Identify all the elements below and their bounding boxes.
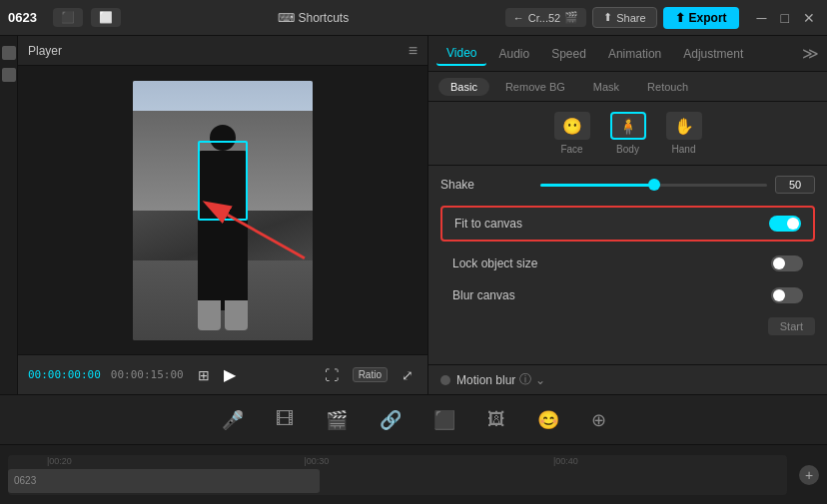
player-canvas	[18, 66, 427, 354]
shake-row: Shake 50	[440, 176, 815, 194]
subtab-mask[interactable]: Mask	[581, 78, 631, 96]
keyboard-icon: ⌨	[278, 11, 295, 25]
badge-icon: 🎬	[564, 11, 578, 24]
fit-canvas-toggle[interactable]	[769, 216, 801, 232]
player-header: Player ≡	[18, 36, 427, 66]
shortcuts-label: Shortcuts	[299, 11, 350, 25]
person-body	[198, 151, 248, 310]
timeline-track[interactable]: |00:20 |00:30 |00:40 0623	[8, 455, 787, 495]
body-part-body[interactable]: 🧍 Body	[610, 112, 646, 155]
close-button[interactable]: ✕	[799, 10, 819, 26]
tab-video[interactable]: Video	[436, 42, 486, 66]
fullscreen-button[interactable]: ⤢	[398, 365, 417, 385]
shake-slider-fill	[540, 184, 654, 187]
timeline: |00:20 |00:30 |00:40 0623 + +	[0, 444, 827, 504]
info-icon[interactable]: ⓘ	[519, 371, 531, 388]
sidebar-icon-1[interactable]	[2, 46, 16, 60]
template-btn[interactable]: ⬜	[91, 8, 121, 27]
monitor-icon: ⬛	[61, 11, 75, 24]
timeline-bar[interactable]: 0623	[8, 469, 320, 493]
tab-speed[interactable]: Speed	[541, 43, 596, 65]
ratio-badge[interactable]: Ratio	[353, 367, 388, 382]
shortcuts-button[interactable]: ⌨ Shortcuts	[270, 8, 358, 28]
top-bar: 0623 ⬛ ⬜ ⌨ Shortcuts ← Cr...52 🎬 ⬆ Share…	[0, 0, 827, 36]
subtab-retouch[interactable]: Retouch	[635, 78, 700, 96]
motion-blur-label: Motion blur	[456, 373, 515, 387]
lock-object-label: Lock object size	[452, 256, 771, 270]
tab-animation[interactable]: Animation	[598, 43, 671, 65]
face-label: Face	[560, 144, 582, 155]
player-title: Player	[28, 44, 62, 58]
hand-label: Hand	[672, 144, 696, 155]
project-label: Cr...52	[528, 12, 560, 24]
player-controls: 00:00:00:00 00:00:15:00 ⊞ ▶ ⛶ Ratio ⤢	[18, 354, 427, 394]
body-label: Body	[616, 144, 639, 155]
face-icon: 😶	[554, 112, 590, 140]
body-icon: 🧍	[610, 112, 646, 140]
subtab-basic[interactable]: Basic	[438, 78, 489, 96]
smile-icon[interactable]: 😊	[529, 405, 567, 435]
tab-adjustment[interactable]: Adjustment	[673, 43, 753, 65]
top-bar-center: ⌨ Shortcuts	[270, 8, 358, 28]
ruler-mark-30: |00:30	[304, 456, 329, 466]
tab-audio[interactable]: Audio	[488, 43, 539, 65]
top-bar-right: ← Cr...52 🎬 ⬆ Share ⬆ Export ─ □ ✕	[505, 7, 819, 29]
subtab-removebg[interactable]: Remove BG	[493, 78, 577, 96]
film-overlay-icon[interactable]: 🎬	[318, 405, 356, 435]
image-icon[interactable]: 🖼	[479, 405, 513, 434]
monitor-btn[interactable]: ⬛	[53, 8, 83, 27]
fit-canvas-label: Fit to canvas	[454, 217, 769, 231]
content-area: Player ≡	[0, 36, 827, 504]
window-controls: ─ □ ✕	[753, 10, 819, 26]
time-current: 00:00:00:00	[28, 368, 101, 381]
add-circle-icon[interactable]: ⊕	[583, 405, 614, 435]
lock-object-toggle-thumb	[773, 257, 785, 269]
minimize-button[interactable]: ─	[753, 10, 771, 26]
blur-canvas-toggle-thumb	[773, 289, 785, 301]
template-icon: ⬜	[99, 11, 113, 24]
player-menu-icon[interactable]: ≡	[409, 42, 417, 60]
film-link-icon[interactable]: 🎞	[268, 405, 302, 434]
timeline-bar-label: 0623	[14, 475, 36, 486]
project-btn[interactable]: ← Cr...52 🎬	[505, 8, 586, 27]
shake-label: Shake	[440, 178, 540, 192]
motion-blur-dot	[440, 375, 450, 385]
grid-view-button[interactable]: ⊞	[194, 365, 214, 385]
share-label: Share	[616, 12, 645, 24]
play-button[interactable]: ▶	[224, 365, 236, 384]
align-center-icon[interactable]: ⬛	[425, 405, 463, 435]
maximize-button[interactable]: □	[777, 10, 793, 26]
export-label: Export	[689, 11, 727, 25]
upload-icon: ⬆	[675, 11, 685, 25]
fit-canvas-toggle-thumb	[787, 218, 799, 230]
link-icon[interactable]: 🔗	[372, 405, 410, 435]
top-bar-left: 0623 ⬛ ⬜	[8, 8, 121, 27]
ruler-mark-20: |00:20	[47, 456, 72, 466]
body-part-hand[interactable]: ✋ Hand	[666, 112, 702, 155]
blur-canvas-toggle[interactable]	[771, 287, 803, 303]
mic-icon[interactable]: 🎤	[214, 405, 252, 435]
hand-icon: ✋	[666, 112, 702, 140]
start-button[interactable]: Start	[768, 317, 815, 335]
leg-left	[198, 300, 221, 330]
ruler-mark-40: |00:40	[553, 456, 578, 466]
icon-toolbar: 🎤 🎞 🎬 🔗 ⬛ 🖼 😊 ⊕	[0, 394, 827, 444]
motion-blur-row: Motion blur ⓘ ⌄	[428, 364, 827, 394]
chevron-down-icon[interactable]: ⌄	[535, 373, 545, 387]
sidebar-icon-2[interactable]	[2, 68, 16, 82]
more-tabs-icon[interactable]: ≫	[802, 44, 819, 63]
blur-canvas-label: Blur canvas	[452, 288, 771, 302]
add-circle-button[interactable]: +	[799, 465, 819, 485]
export-button[interactable]: ⬆ Export	[663, 7, 739, 29]
left-sidebar	[0, 36, 18, 394]
shake-value[interactable]: 50	[775, 176, 815, 194]
shake-slider-thumb[interactable]	[648, 179, 660, 191]
lock-object-toggle[interactable]	[771, 255, 803, 271]
share-icon: ⬆	[603, 11, 612, 24]
shake-slider-track[interactable]	[540, 184, 767, 187]
body-parts: 😶 Face 🧍 Body ✋ Hand	[428, 102, 827, 166]
fit-frame-button[interactable]: ⛶	[321, 365, 343, 385]
body-part-face[interactable]: 😶 Face	[554, 112, 590, 155]
share-button[interactable]: ⬆ Share	[592, 7, 656, 28]
arrow-icon: ←	[513, 12, 524, 24]
